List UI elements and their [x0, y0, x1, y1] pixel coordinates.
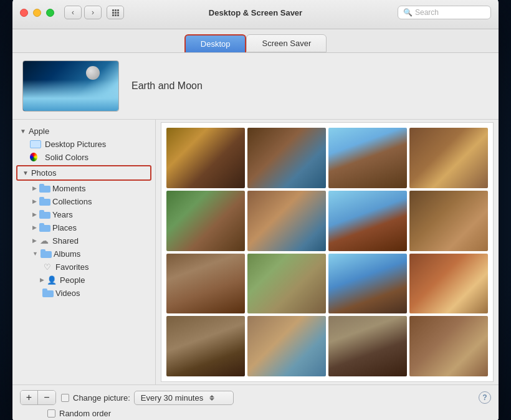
photo-cell-4[interactable] [409, 128, 488, 188]
nav-buttons: ‹ › [64, 6, 102, 19]
close-button[interactable] [20, 9, 28, 17]
person-icon-shape: 👤 [47, 275, 57, 285]
change-picture-row: Change picture: Every 30 minutes [61, 391, 234, 405]
grid-view-button[interactable] [107, 6, 124, 19]
search-icon: 🔍 [403, 8, 413, 17]
sidebar-item-favorites[interactable]: ♡ Favorites [12, 260, 155, 274]
sidebar-item-albums[interactable]: ▼ Albums [12, 247, 155, 260]
photo-grid [166, 128, 488, 377]
remove-button[interactable]: − [38, 391, 55, 404]
tab-desktop[interactable]: Desktop [184, 34, 247, 52]
random-order-row: Random order [47, 409, 111, 418]
favorites-label: Favorites [55, 262, 88, 272]
solid-colors-icon [30, 153, 41, 161]
desktop-icon-shape [30, 140, 41, 148]
photo-cell-11[interactable] [328, 254, 407, 314]
years-folder-shape [39, 210, 49, 219]
places-folder-shape [39, 223, 49, 232]
random-order-checkbox[interactable] [47, 409, 55, 418]
photo-cell-6[interactable] [247, 191, 326, 251]
photo-cell-8[interactable] [409, 191, 488, 251]
sidebar-item-people[interactable]: ▶ 👤 People [12, 274, 155, 287]
albums-folder-shape [41, 249, 50, 258]
maximize-button[interactable] [46, 9, 54, 17]
sidebar-item-solid-colors[interactable]: Solid Colors [12, 151, 155, 164]
albums-triangle: ▼ [32, 251, 38, 257]
preview-title: Earth and Moon [131, 80, 203, 92]
grid-dots-icon [112, 9, 119, 16]
preview-bar: Earth and Moon [12, 53, 499, 120]
collections-folder-icon [39, 197, 49, 206]
main-window: ‹ › Desktop & Screen Saver 🔍 Search Desk… [12, 0, 499, 420]
desktop-pictures-icon [30, 140, 41, 148]
photo-cell-12[interactable] [409, 254, 488, 314]
photo-cell-10[interactable] [247, 254, 326, 314]
albums-folder-icon [41, 249, 50, 258]
shared-label: Shared [52, 236, 79, 246]
dropdown-value: Every 30 minutes [141, 393, 203, 403]
places-label: Places [52, 223, 77, 232]
desktop-pictures-label: Desktop Pictures [45, 140, 106, 149]
cloud-icon-shape: ☁ [40, 236, 49, 246]
sidebar-section-photos[interactable]: ▼ Photos [16, 165, 151, 181]
videos-label: Videos [55, 289, 80, 298]
tab-screensaver[interactable]: Screen Saver [246, 34, 327, 52]
forward-button[interactable]: › [84, 6, 102, 19]
places-folder-icon [39, 223, 49, 232]
change-picture-dropdown[interactable]: Every 30 minutes [134, 391, 234, 405]
photos-triangle: ▼ [22, 169, 29, 176]
apple-section-label: Apple [29, 126, 49, 136]
sidebar: ▼ Apple Desktop Pictures Solid Colors [12, 120, 156, 385]
sidebar-item-videos[interactable]: Videos [12, 287, 155, 300]
photo-grid-container[interactable] [161, 122, 494, 383]
bottom-row-1: + − Change picture: Every 30 minutes ? [20, 390, 491, 405]
add-remove-buttons: + − [20, 390, 56, 405]
moments-folder-shape [39, 184, 49, 193]
years-triangle: ▶ [32, 211, 37, 217]
collections-folder-shape [39, 197, 49, 206]
search-placeholder: Search [415, 8, 439, 17]
sidebar-item-years[interactable]: ▶ Years [12, 208, 155, 221]
sidebar-item-collections[interactable]: ▶ Collections [12, 195, 155, 208]
minimize-button[interactable] [33, 9, 41, 17]
sidebar-item-shared[interactable]: ▶ ☁ Shared [12, 234, 155, 247]
years-label: Years [52, 210, 73, 219]
photo-cell-13[interactable] [166, 316, 245, 376]
places-triangle: ▶ [32, 224, 37, 231]
photo-cell-7[interactable] [328, 191, 407, 251]
sidebar-item-places[interactable]: ▶ Places [12, 221, 155, 234]
people-label: People [60, 275, 85, 285]
photo-cell-15[interactable] [328, 316, 407, 376]
change-picture-checkbox[interactable] [61, 394, 69, 402]
window-title: Desktop & Screen Saver [209, 8, 302, 17]
sidebar-item-desktop-pictures[interactable]: Desktop Pictures [12, 138, 155, 151]
search-box[interactable]: 🔍 Search [398, 6, 491, 19]
sidebar-section-apple[interactable]: ▼ Apple [12, 125, 155, 138]
apple-section-triangle: ▼ [20, 128, 26, 135]
photos-label: Photos [31, 168, 56, 178]
videos-folder-shape [42, 289, 52, 297]
earth-moon-preview [23, 61, 118, 111]
back-button[interactable]: ‹ [64, 6, 82, 19]
photo-cell-5[interactable] [166, 191, 245, 251]
photo-cell-3[interactable] [328, 128, 407, 188]
bottom-row-2: Random order [20, 409, 491, 418]
people-person-icon: 👤 [47, 275, 57, 284]
photo-cell-9[interactable] [166, 254, 245, 314]
add-button[interactable]: + [21, 391, 38, 404]
years-folder-icon [39, 210, 49, 219]
random-order-label: Random order [59, 409, 111, 418]
moments-label: Moments [52, 184, 85, 193]
change-picture-label: Change picture: [73, 393, 130, 403]
sidebar-item-moments[interactable]: ▶ Moments [12, 182, 155, 195]
photo-cell-14[interactable] [247, 316, 326, 376]
photo-cell-2[interactable] [247, 128, 326, 188]
moments-triangle: ▶ [32, 185, 37, 191]
photo-cell-1[interactable] [166, 128, 245, 188]
moon [86, 66, 100, 80]
albums-label: Albums [54, 249, 80, 259]
color-dot-shape [30, 153, 37, 161]
help-button[interactable]: ? [479, 391, 491, 404]
photo-cell-16[interactable] [409, 316, 488, 376]
traffic-lights [20, 9, 54, 17]
